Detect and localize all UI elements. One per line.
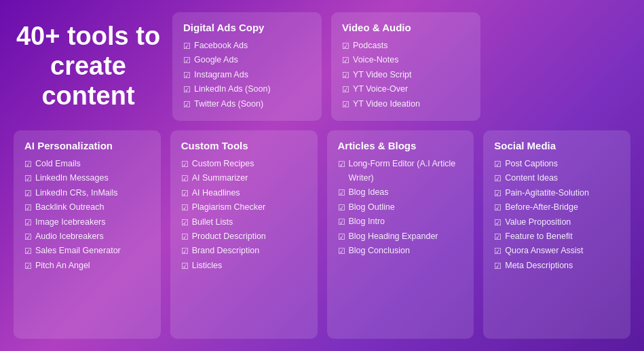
articles-blogs-title: Articles & Blogs <box>338 140 463 151</box>
articles-blogs-list: Long-Form Editor (A.I Article Writer)Blo… <box>338 157 463 258</box>
list-item: Brand Description <box>181 244 307 258</box>
list-item: Product Description <box>181 229 307 244</box>
custom-tools-title: Custom Tools <box>181 140 307 151</box>
hero-text: 40+ tools to create content <box>14 22 163 111</box>
digital-ads-card: Digital Ads Copy Facebook AdsGoogle AdsI… <box>172 12 322 121</box>
list-item: Before-After-Bridge <box>494 200 620 215</box>
list-item: AI Summarizer <box>181 171 307 185</box>
list-item: Backlink Outreach <box>24 200 150 215</box>
digital-ads-title: Digital Ads Copy <box>183 22 311 33</box>
list-item: Blog Outline <box>338 200 463 215</box>
list-item: Blog Heading Expander <box>338 229 463 244</box>
ai-personalization-list: Cold EmailsLinkedIn MessagesLinkedIn CRs… <box>24 157 150 273</box>
list-item: Long-Form Editor (A.I Article Writer) <box>338 157 463 186</box>
list-item: Pitch An Angel <box>24 259 150 273</box>
list-item: Voice-Notes <box>342 53 470 67</box>
list-item: Content Ideas <box>494 171 620 185</box>
list-item: Image Icebreakers <box>24 215 150 229</box>
list-item: Twitter Ads (Soon) <box>183 97 311 111</box>
list-item: YT Voice-Over <box>342 82 470 96</box>
list-item: Bullet Lists <box>181 215 307 229</box>
list-item: Plagiarism Checker <box>181 200 307 215</box>
custom-tools-list: Custom RecipesAI SummarizerAI HeadlinesP… <box>181 157 307 273</box>
custom-tools-card: Custom Tools Custom RecipesAI Summarizer… <box>170 130 318 339</box>
list-item: Meta Descriptions <box>494 259 620 273</box>
list-item: Google Ads <box>183 53 311 67</box>
hero-section: 40+ tools to create content <box>14 12 163 121</box>
list-item: Instagram Ads <box>183 68 311 82</box>
ai-personalization-card: AI Personalization Cold EmailsLinkedIn M… <box>14 130 161 339</box>
articles-blogs-card: Articles & Blogs Long-Form Editor (A.I A… <box>327 130 474 339</box>
list-item: Listicles <box>181 259 307 273</box>
list-item: Pain-Agitatite-Solution <box>494 186 620 200</box>
list-item: Podcasts <box>342 39 470 53</box>
list-item: Facebook Ads <box>183 39 311 53</box>
list-item: Blog Conclusion <box>338 244 463 258</box>
social-media-title: Social Media <box>494 140 620 151</box>
list-item: Custom Recipes <box>181 157 307 171</box>
list-item: LinkedIn Ads (Soon) <box>183 82 311 96</box>
list-item: Blog Intro <box>338 215 463 229</box>
list-item: LinkedIn Messages <box>24 171 150 185</box>
video-audio-title: Video & Audio <box>342 22 470 33</box>
list-item: Cold Emails <box>24 157 150 171</box>
list-item: AI Headlines <box>181 186 307 200</box>
list-item: Feature to Benefit <box>494 229 620 244</box>
list-item: Post Captions <box>494 157 620 171</box>
list-item: Quora Answer Assist <box>494 244 620 258</box>
list-item: YT Video Ideation <box>342 97 470 111</box>
video-audio-list: PodcastsVoice-NotesYT Video ScriptYT Voi… <box>342 39 470 111</box>
list-item: Audio Icebreakers <box>24 229 150 244</box>
video-audio-card: Video & Audio PodcastsVoice-NotesYT Vide… <box>331 12 480 121</box>
social-media-list: Post CaptionsContent IdeasPain-Agitatite… <box>494 157 620 273</box>
list-item: LinkedIn CRs, InMails <box>24 186 150 200</box>
ai-personalization-title: AI Personalization <box>24 140 150 151</box>
list-item: YT Video Script <box>342 68 470 82</box>
list-item: Blog Ideas <box>338 185 463 200</box>
digital-ads-list: Facebook AdsGoogle AdsInstagram AdsLinke… <box>183 39 311 111</box>
list-item: Sales Email Generator <box>24 244 150 258</box>
list-item: Value Proposition <box>494 215 620 229</box>
social-media-card: Social Media Post CaptionsContent IdeasP… <box>483 130 630 339</box>
